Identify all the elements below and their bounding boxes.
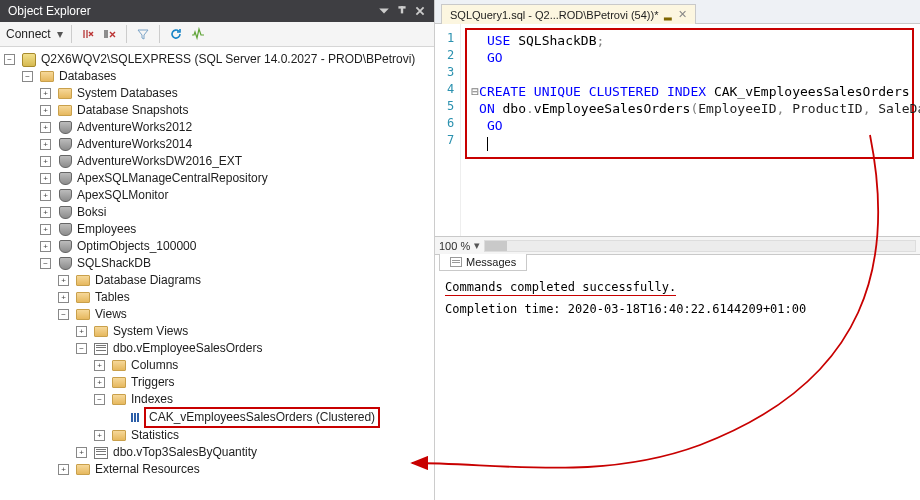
collapse-icon[interactable]: − (58, 309, 69, 320)
expand-icon[interactable]: + (94, 377, 105, 388)
database-icon (57, 206, 73, 220)
databases-node[interactable]: − Databases (0, 68, 434, 85)
folder-icon (57, 87, 73, 101)
expand-icon[interactable]: + (40, 190, 51, 201)
indexes-node[interactable]: −Indexes (0, 391, 434, 408)
sys-databases-node[interactable]: + System Databases (0, 85, 434, 102)
dropdown-icon[interactable] (378, 5, 390, 17)
database-icon (57, 257, 73, 271)
document-tab-label: SQLQuery1.sql - Q2...ROD\BPetrovi (54))* (450, 9, 658, 21)
panel-titlebar: Object Explorer (0, 0, 434, 22)
zoom-dropdown-icon[interactable]: ▾ (474, 239, 480, 252)
databases-label: Databases (59, 68, 116, 85)
expand-icon[interactable]: + (40, 173, 51, 184)
messages-tab[interactable]: Messages (439, 254, 527, 271)
statistics-node[interactable]: +Statistics (0, 427, 434, 444)
view-node[interactable]: +dbo.vTop3SalesByQuantity (0, 444, 434, 461)
pin-icon[interactable]: ▂ (664, 9, 672, 20)
db-label: AdventureWorks2014 (77, 136, 192, 153)
folder-icon (57, 104, 73, 118)
folder-icon (39, 70, 55, 84)
object-explorer-tree[interactable]: − Q2X6WQV2\SQLEXPRESS (SQL Server 14.0.2… (0, 47, 434, 500)
expand-icon[interactable]: + (58, 275, 69, 286)
refresh-icon[interactable] (168, 26, 184, 42)
db-label: AdventureWorksDW2016_EXT (77, 153, 242, 170)
code-editor[interactable]: 1234567 USE SQLShackDB; GO ⊟CREATE UNIQU… (435, 24, 920, 236)
expand-icon[interactable]: + (40, 207, 51, 218)
db-node[interactable]: +AdventureWorksDW2016_EXT (0, 153, 434, 170)
collapse-icon[interactable]: − (40, 258, 51, 269)
expand-icon[interactable]: + (76, 326, 87, 337)
tree-label: Database Diagrams (95, 272, 201, 289)
object-explorer-toolbar: Connect▾ (0, 22, 434, 47)
tree-label: dbo.vEmployeeSalesOrders (113, 340, 262, 357)
folder-icon (111, 359, 127, 373)
horizontal-scrollbar[interactable] (484, 240, 916, 252)
db-node[interactable]: +AdventureWorks2012 (0, 119, 434, 136)
document-tab[interactable]: SQLQuery1.sql - Q2...ROD\BPetrovi (54))*… (441, 4, 696, 24)
collapse-icon[interactable]: − (94, 394, 105, 405)
db-snapshots-node[interactable]: + Database Snapshots (0, 102, 434, 119)
views-node[interactable]: −Views (0, 306, 434, 323)
expand-icon[interactable]: + (58, 464, 69, 475)
expand-icon[interactable]: + (40, 122, 51, 133)
expand-icon[interactable]: + (40, 139, 51, 150)
db-sqlshack-node[interactable]: − SQLShackDB (0, 255, 434, 272)
expand-icon[interactable]: + (40, 241, 51, 252)
sys-databases-label: System Databases (77, 85, 178, 102)
system-views-node[interactable]: +System Views (0, 323, 434, 340)
close-icon[interactable] (414, 5, 426, 17)
expand-icon[interactable]: + (40, 105, 51, 116)
server-label: Q2X6WQV2\SQLEXPRESS (SQL Server 14.0.202… (41, 51, 415, 68)
index-item-label: CAK_vEmployeesSalesOrders (Clustered) (144, 407, 380, 428)
columns-node[interactable]: +Columns (0, 357, 434, 374)
collapse-icon[interactable]: − (4, 54, 15, 65)
messages-icon (450, 257, 462, 267)
zoom-value[interactable]: 100 % (439, 240, 470, 252)
view-node[interactable]: −dbo.vEmployeeSalesOrders (0, 340, 434, 357)
filter-icon[interactable] (135, 26, 151, 42)
connect-button[interactable]: Connect (6, 27, 51, 41)
activity-icon[interactable] (190, 26, 206, 42)
expand-icon[interactable]: + (76, 447, 87, 458)
db-node[interactable]: +OptimObjects_100000 (0, 238, 434, 255)
db-node[interactable]: +AdventureWorks2014 (0, 136, 434, 153)
expand-icon[interactable]: + (40, 156, 51, 167)
db-node[interactable]: +ApexSQLManageCentralRepository (0, 170, 434, 187)
zoom-bar: 100 % ▾ (435, 236, 920, 254)
disconnect-all-icon[interactable] (102, 26, 118, 42)
tree-label: Views (95, 306, 127, 323)
db-node[interactable]: +Boksi (0, 204, 434, 221)
close-tab-icon[interactable]: ✕ (678, 8, 687, 21)
highlighted-code: USE SQLShackDB; GO ⊟CREATE UNIQUE CLUSTE… (465, 28, 914, 159)
disconnect-icon[interactable] (80, 26, 96, 42)
folder-icon (75, 463, 91, 477)
server-node[interactable]: − Q2X6WQV2\SQLEXPRESS (SQL Server 14.0.2… (0, 51, 434, 68)
tree-label: Triggers (131, 374, 175, 391)
db-node[interactable]: +ApexSQLMonitor (0, 187, 434, 204)
expand-icon[interactable]: + (40, 224, 51, 235)
expand-icon[interactable]: + (94, 360, 105, 371)
pin-icon[interactable] (396, 5, 408, 17)
panel-title: Object Explorer (8, 4, 91, 18)
db-node[interactable]: +Employees (0, 221, 434, 238)
expand-icon[interactable]: + (94, 430, 105, 441)
db-label: OptimObjects_100000 (77, 238, 196, 255)
db-snapshots-label: Database Snapshots (77, 102, 188, 119)
triggers-node[interactable]: +Triggers (0, 374, 434, 391)
messages-tab-label: Messages (466, 256, 516, 268)
svg-rect-1 (398, 6, 405, 8)
clustered-index-icon (127, 411, 143, 425)
expand-icon[interactable]: + (40, 88, 51, 99)
editor-panel: SQLQuery1.sql - Q2...ROD\BPetrovi (54))*… (435, 0, 920, 500)
external-resources-node[interactable]: +External Resources (0, 461, 434, 478)
tables-node[interactable]: +Tables (0, 289, 434, 306)
messages-output[interactable]: Commands completed successfully. Complet… (435, 272, 920, 500)
database-icon (57, 240, 73, 254)
collapse-icon[interactable]: − (76, 343, 87, 354)
db-diagrams-node[interactable]: +Database Diagrams (0, 272, 434, 289)
expand-icon[interactable]: + (58, 292, 69, 303)
folder-icon (93, 325, 109, 339)
index-item-node[interactable]: CAK_vEmployeesSalesOrders (Clustered) (0, 408, 434, 427)
collapse-icon[interactable]: − (22, 71, 33, 82)
